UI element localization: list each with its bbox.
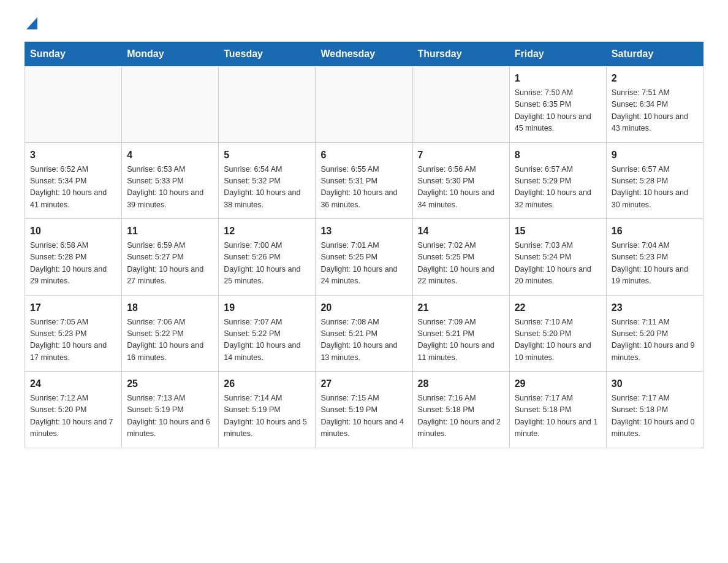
calendar-header-row: Sunday Monday Tuesday Wednesday Thursday… bbox=[25, 42, 703, 66]
day-number: 21 bbox=[418, 301, 504, 315]
cell-week4-day6: 22Sunrise: 7:10 AMSunset: 5:20 PMDayligh… bbox=[509, 295, 606, 372]
cell-week3-day1: 10Sunrise: 6:58 AMSunset: 5:28 PMDayligh… bbox=[25, 219, 122, 296]
cell-week3-day5: 14Sunrise: 7:02 AMSunset: 5:25 PMDayligh… bbox=[412, 219, 509, 296]
day-info: Sunrise: 7:03 AMSunset: 5:24 PMDaylight:… bbox=[515, 240, 601, 288]
day-number: 5 bbox=[224, 148, 310, 163]
day-number: 27 bbox=[320, 377, 407, 391]
day-number: 28 bbox=[418, 377, 504, 391]
header-monday: Monday bbox=[122, 42, 219, 66]
day-info: Sunrise: 6:53 AMSunset: 5:33 PMDaylight:… bbox=[127, 164, 213, 212]
cell-week5-day1: 24Sunrise: 7:12 AMSunset: 5:20 PMDayligh… bbox=[25, 372, 122, 448]
svg-marker-0 bbox=[26, 17, 37, 29]
day-number: 17 bbox=[30, 301, 116, 315]
day-number: 15 bbox=[515, 224, 601, 239]
day-number: 26 bbox=[224, 377, 310, 391]
cell-week3-day3: 12Sunrise: 7:00 AMSunset: 5:26 PMDayligh… bbox=[219, 219, 316, 296]
cell-week1-day1 bbox=[25, 66, 122, 143]
cell-week2-day3: 5Sunrise: 6:54 AMSunset: 5:32 PMDaylight… bbox=[219, 142, 316, 219]
day-number: 20 bbox=[320, 301, 407, 315]
day-number: 7 bbox=[418, 148, 504, 163]
day-info: Sunrise: 7:12 AMSunset: 5:20 PMDaylight:… bbox=[30, 393, 116, 440]
week-row-4: 17Sunrise: 7:05 AMSunset: 5:23 PMDayligh… bbox=[25, 295, 703, 372]
day-number: 16 bbox=[612, 224, 698, 239]
day-info: Sunrise: 7:00 AMSunset: 5:26 PMDaylight:… bbox=[224, 240, 310, 288]
week-row-2: 3Sunrise: 6:52 AMSunset: 5:34 PMDaylight… bbox=[25, 142, 703, 219]
page-header bbox=[25, 18, 703, 29]
logo-triangle-icon bbox=[26, 17, 37, 29]
day-info: Sunrise: 7:06 AMSunset: 5:22 PMDaylight:… bbox=[127, 316, 213, 364]
cell-week5-day4: 27Sunrise: 7:15 AMSunset: 5:19 PMDayligh… bbox=[316, 372, 412, 448]
cell-week4-day2: 18Sunrise: 7:06 AMSunset: 5:22 PMDayligh… bbox=[122, 295, 219, 372]
cell-week1-day3 bbox=[219, 66, 316, 143]
day-number: 8 bbox=[515, 148, 601, 163]
cell-week3-day4: 13Sunrise: 7:01 AMSunset: 5:25 PMDayligh… bbox=[316, 219, 412, 296]
cell-week4-day7: 23Sunrise: 7:11 AMSunset: 5:20 PMDayligh… bbox=[606, 295, 703, 372]
day-info: Sunrise: 6:55 AMSunset: 5:31 PMDaylight:… bbox=[320, 164, 407, 212]
day-info: Sunrise: 6:52 AMSunset: 5:34 PMDaylight:… bbox=[30, 164, 116, 212]
day-number: 19 bbox=[224, 301, 310, 315]
cell-week3-day2: 11Sunrise: 6:59 AMSunset: 5:27 PMDayligh… bbox=[122, 219, 219, 296]
cell-week1-day7: 2Sunrise: 7:51 AMSunset: 6:34 PMDaylight… bbox=[606, 66, 703, 143]
cell-week4-day3: 19Sunrise: 7:07 AMSunset: 5:22 PMDayligh… bbox=[219, 295, 316, 372]
cell-week1-day2 bbox=[122, 66, 219, 143]
cell-week2-day6: 8Sunrise: 6:57 AMSunset: 5:29 PMDaylight… bbox=[509, 142, 606, 219]
logo bbox=[25, 18, 37, 29]
day-info: Sunrise: 7:17 AMSunset: 5:18 PMDaylight:… bbox=[612, 393, 698, 440]
day-number: 18 bbox=[127, 301, 213, 315]
day-number: 22 bbox=[515, 301, 601, 315]
cell-week4-day4: 20Sunrise: 7:08 AMSunset: 5:21 PMDayligh… bbox=[316, 295, 412, 372]
header-saturday: Saturday bbox=[606, 42, 703, 66]
day-info: Sunrise: 6:54 AMSunset: 5:32 PMDaylight:… bbox=[224, 164, 310, 212]
calendar-table: Sunday Monday Tuesday Wednesday Thursday… bbox=[25, 42, 703, 448]
header-friday: Friday bbox=[509, 42, 606, 66]
day-number: 24 bbox=[30, 377, 116, 391]
cell-week3-day6: 15Sunrise: 7:03 AMSunset: 5:24 PMDayligh… bbox=[509, 219, 606, 296]
day-info: Sunrise: 7:50 AMSunset: 6:35 PMDaylight:… bbox=[515, 87, 601, 135]
day-info: Sunrise: 7:13 AMSunset: 5:19 PMDaylight:… bbox=[127, 393, 213, 440]
day-number: 25 bbox=[127, 377, 213, 391]
day-info: Sunrise: 7:02 AMSunset: 5:25 PMDaylight:… bbox=[418, 240, 504, 288]
cell-week5-day6: 29Sunrise: 7:17 AMSunset: 5:18 PMDayligh… bbox=[509, 372, 606, 448]
cell-week4-day5: 21Sunrise: 7:09 AMSunset: 5:21 PMDayligh… bbox=[412, 295, 509, 372]
day-info: Sunrise: 7:14 AMSunset: 5:19 PMDaylight:… bbox=[224, 393, 310, 440]
day-info: Sunrise: 7:11 AMSunset: 5:20 PMDaylight:… bbox=[612, 316, 698, 364]
cell-week2-day5: 7Sunrise: 6:56 AMSunset: 5:30 PMDaylight… bbox=[412, 142, 509, 219]
week-row-5: 24Sunrise: 7:12 AMSunset: 5:20 PMDayligh… bbox=[25, 372, 703, 448]
day-info: Sunrise: 7:51 AMSunset: 6:34 PMDaylight:… bbox=[612, 87, 698, 135]
cell-week2-day1: 3Sunrise: 6:52 AMSunset: 5:34 PMDaylight… bbox=[25, 142, 122, 219]
day-info: Sunrise: 7:01 AMSunset: 5:25 PMDaylight:… bbox=[320, 240, 407, 288]
cell-week1-day6: 1Sunrise: 7:50 AMSunset: 6:35 PMDaylight… bbox=[509, 66, 606, 143]
cell-week5-day2: 25Sunrise: 7:13 AMSunset: 5:19 PMDayligh… bbox=[122, 372, 219, 448]
day-info: Sunrise: 7:08 AMSunset: 5:21 PMDaylight:… bbox=[320, 316, 407, 364]
day-number: 10 bbox=[30, 224, 116, 239]
day-info: Sunrise: 6:58 AMSunset: 5:28 PMDaylight:… bbox=[30, 240, 116, 288]
cell-week5-day7: 30Sunrise: 7:17 AMSunset: 5:18 PMDayligh… bbox=[606, 372, 703, 448]
day-number: 30 bbox=[612, 377, 698, 391]
cell-week5-day3: 26Sunrise: 7:14 AMSunset: 5:19 PMDayligh… bbox=[219, 372, 316, 448]
day-info: Sunrise: 7:09 AMSunset: 5:21 PMDaylight:… bbox=[418, 316, 504, 364]
header-wednesday: Wednesday bbox=[316, 42, 412, 66]
header-thursday: Thursday bbox=[412, 42, 509, 66]
cell-week2-day2: 4Sunrise: 6:53 AMSunset: 5:33 PMDaylight… bbox=[122, 142, 219, 219]
week-row-3: 10Sunrise: 6:58 AMSunset: 5:28 PMDayligh… bbox=[25, 219, 703, 296]
day-number: 6 bbox=[320, 148, 407, 163]
day-info: Sunrise: 6:59 AMSunset: 5:27 PMDaylight:… bbox=[127, 240, 213, 288]
day-number: 4 bbox=[127, 148, 213, 163]
day-number: 2 bbox=[612, 71, 698, 86]
day-number: 1 bbox=[515, 71, 601, 86]
cell-week2-day7: 9Sunrise: 6:57 AMSunset: 5:28 PMDaylight… bbox=[606, 142, 703, 219]
cell-week2-day4: 6Sunrise: 6:55 AMSunset: 5:31 PMDaylight… bbox=[316, 142, 412, 219]
day-number: 11 bbox=[127, 224, 213, 239]
day-number: 23 bbox=[612, 301, 698, 315]
day-number: 13 bbox=[320, 224, 407, 239]
week-row-1: 1Sunrise: 7:50 AMSunset: 6:35 PMDaylight… bbox=[25, 66, 703, 143]
day-number: 9 bbox=[612, 148, 698, 163]
cell-week1-day5 bbox=[412, 66, 509, 143]
cell-week4-day1: 17Sunrise: 7:05 AMSunset: 5:23 PMDayligh… bbox=[25, 295, 122, 372]
cell-week1-day4 bbox=[316, 66, 412, 143]
day-info: Sunrise: 7:07 AMSunset: 5:22 PMDaylight:… bbox=[224, 316, 310, 364]
day-info: Sunrise: 7:10 AMSunset: 5:20 PMDaylight:… bbox=[515, 316, 601, 364]
day-info: Sunrise: 6:57 AMSunset: 5:28 PMDaylight:… bbox=[612, 164, 698, 212]
cell-week5-day5: 28Sunrise: 7:16 AMSunset: 5:18 PMDayligh… bbox=[412, 372, 509, 448]
day-info: Sunrise: 7:16 AMSunset: 5:18 PMDaylight:… bbox=[418, 393, 504, 440]
